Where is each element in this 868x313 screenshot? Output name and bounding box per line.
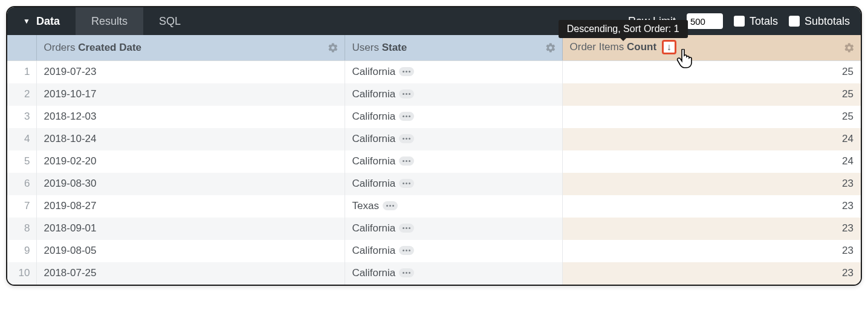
ellipsis-icon[interactable]	[399, 134, 414, 143]
cell-order-items-count[interactable]: 24	[562, 128, 861, 150]
tab-sql[interactable]: SQL	[143, 7, 196, 35]
cell-orders-created-date[interactable]: 2018-10-24	[36, 128, 345, 150]
cell-users-state[interactable]: Texas	[345, 195, 562, 218]
totals-label: Totals	[750, 15, 778, 28]
ellipsis-icon[interactable]	[399, 112, 414, 121]
checkbox-icon	[789, 16, 800, 27]
cell-users-state[interactable]: California	[345, 61, 562, 83]
cell-state-value: California	[352, 222, 396, 234]
cell-users-state[interactable]: California	[345, 106, 562, 128]
column-header-users-state[interactable]: Users State	[345, 35, 562, 61]
cell-order-items-count[interactable]: 24	[562, 150, 861, 173]
cell-order-items-count[interactable]: 23	[562, 173, 861, 195]
sort-tooltip: Descending, Sort Order: 1	[559, 20, 688, 38]
cell-users-state[interactable]: California	[345, 150, 562, 173]
table-row: 32018-12-03California25	[7, 106, 861, 128]
row-number: 1	[7, 61, 36, 83]
cell-orders-created-date[interactable]: 2019-07-23	[36, 61, 345, 83]
table-row: 22019-10-17California25	[7, 83, 861, 106]
caret-down-icon: ▼	[23, 17, 30, 25]
table-row: 42018-10-24California24	[7, 128, 861, 150]
cell-orders-created-date[interactable]: 2019-08-27	[36, 195, 345, 218]
row-number: 5	[7, 150, 36, 173]
cell-users-state[interactable]: California	[345, 218, 562, 240]
cell-orders-created-date[interactable]: 2019-08-05	[36, 240, 345, 262]
column-header-prefix: Orders	[44, 42, 79, 53]
column-header-rownum	[7, 35, 36, 61]
sort-descending-button[interactable]: ↓	[662, 40, 676, 54]
ellipsis-icon[interactable]	[399, 224, 414, 233]
cell-state-value: California	[352, 178, 396, 189]
arrow-down-icon: ↓	[667, 42, 672, 52]
cell-orders-created-date[interactable]: 2018-07-25	[36, 262, 345, 285]
cell-order-items-count[interactable]: 23	[562, 240, 861, 262]
subtotals-label: Subtotals	[805, 15, 850, 28]
cell-users-state[interactable]: California	[345, 173, 562, 195]
tab-results-label: Results	[91, 15, 128, 28]
results-table-wrap: Orders Created Date Users State Ord	[7, 35, 861, 285]
gear-icon[interactable]	[844, 42, 855, 53]
cell-users-state[interactable]: California	[345, 128, 562, 150]
cell-orders-created-date[interactable]: 2019-02-20	[36, 150, 345, 173]
cell-users-state[interactable]: California	[345, 262, 562, 285]
ellipsis-icon[interactable]	[399, 156, 414, 166]
column-header-order-items-count[interactable]: Order Items Count ↓ Descending, Sort Ord…	[562, 35, 861, 61]
ellipsis-icon[interactable]	[399, 268, 414, 277]
cell-order-items-count[interactable]: 25	[562, 61, 861, 83]
row-number: 3	[7, 106, 36, 128]
row-number: 2	[7, 83, 36, 106]
tab-sql-label: SQL	[159, 15, 181, 28]
ellipsis-icon[interactable]	[383, 201, 398, 210]
cell-state-value: California	[352, 155, 396, 167]
row-number: 4	[7, 128, 36, 150]
cell-users-state[interactable]: California	[345, 83, 562, 106]
cell-state-value: California	[352, 66, 396, 77]
cell-users-state[interactable]: California	[345, 240, 562, 262]
row-number: 6	[7, 173, 36, 195]
cell-state-value: California	[352, 267, 396, 279]
ellipsis-icon[interactable]	[399, 246, 414, 255]
cell-state-value: Texas	[352, 200, 379, 211]
results-table: Orders Created Date Users State Ord	[7, 35, 861, 285]
column-header-bold: State	[382, 42, 407, 53]
cell-order-items-count[interactable]: 23	[562, 262, 861, 285]
gear-icon[interactable]	[545, 42, 556, 53]
row-number: 8	[7, 218, 36, 240]
checkbox-icon	[734, 16, 745, 27]
gear-icon[interactable]	[328, 42, 338, 53]
totals-checkbox[interactable]: Totals	[734, 15, 778, 28]
tab-data-label: Data	[36, 15, 60, 28]
tab-data[interactable]: ▼ Data	[7, 7, 76, 35]
cell-order-items-count[interactable]: 23	[562, 195, 861, 218]
cell-orders-created-date[interactable]: 2019-10-17	[36, 83, 345, 106]
cell-orders-created-date[interactable]: 2018-12-03	[36, 106, 345, 128]
cell-orders-created-date[interactable]: 2018-09-01	[36, 218, 345, 240]
cell-orders-created-date[interactable]: 2019-08-30	[36, 173, 345, 195]
table-row: 62019-08-30California23	[7, 173, 861, 195]
tab-results[interactable]: Results	[76, 7, 143, 35]
top-tab-bar: ▼ Data Results SQL Row Limit Totals Subt…	[7, 7, 861, 35]
table-row: 72019-08-27Texas23	[7, 195, 861, 218]
table-row: 102018-07-25California23	[7, 262, 861, 285]
cell-order-items-count[interactable]: 25	[562, 106, 861, 128]
subtotals-checkbox[interactable]: Subtotals	[789, 15, 850, 28]
column-header-bold: Created Date	[78, 42, 141, 53]
table-row: 52019-02-20California24	[7, 150, 861, 173]
explore-window: ▼ Data Results SQL Row Limit Totals Subt…	[6, 6, 862, 286]
ellipsis-icon[interactable]	[399, 67, 414, 76]
table-row: 82018-09-01California23	[7, 218, 861, 240]
ellipsis-icon[interactable]	[399, 179, 414, 188]
cell-order-items-count[interactable]: 25	[562, 83, 861, 106]
column-header-prefix: Users	[352, 42, 382, 53]
cell-order-items-count[interactable]: 23	[562, 218, 861, 240]
cell-state-value: California	[352, 133, 396, 144]
cell-state-value: California	[352, 245, 396, 256]
cell-state-value: California	[352, 111, 396, 122]
table-row: 12019-07-23California25	[7, 61, 861, 83]
column-header-orders-created-date[interactable]: Orders Created Date	[36, 35, 345, 61]
ellipsis-icon[interactable]	[399, 89, 414, 98]
row-limit-input[interactable]	[687, 13, 723, 29]
row-number: 7	[7, 195, 36, 218]
row-number: 10	[7, 262, 36, 285]
row-number: 9	[7, 240, 36, 262]
